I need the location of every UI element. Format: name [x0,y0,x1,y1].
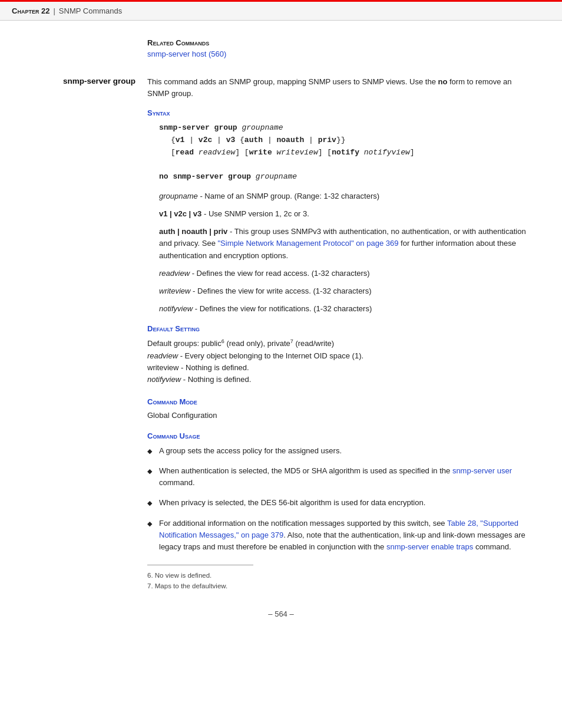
related-commands-section: Related Commands snmp-server host (560) [147,38,533,58]
command-mode-block: Global Configuration [147,411,533,420]
header-separator: | [53,6,55,15]
param-notifyview: notifyview - Defines the view for notifi… [159,303,533,315]
syntax-block: snmp-server group groupname {v1 | v2c | … [159,122,533,183]
usage-item-3: When privacy is selected, the DES 56-bit… [147,497,533,509]
usage-item-1: A group sets the access policy for the a… [147,445,533,457]
syntax-line-blank [159,159,533,171]
header-title: SNMP Commands [59,6,122,15]
usage-item-4: For additional information on the notifi… [147,518,533,553]
command-usage-header: Command Usage [147,431,533,440]
syntax-line-no: no snmp-server group groupname [159,171,533,183]
footnote-7: 7. Maps to the defaultview. [147,581,533,591]
command-body: This command adds an SNMP group, mapping… [147,76,533,592]
param-version: v1 | v2c | v3 - Use SNMP version 1, 2c o… [159,208,533,220]
auth-link[interactable]: "Simple Network Management Protocol" on … [217,239,398,248]
command-name-label: snmp-server group [29,76,135,592]
default-line-2: readview - Every object belonging to the… [147,350,533,362]
syntax-line-3: [read readview] [write writeview] [notif… [171,147,533,159]
default-line-1: Default groups: public6 (read only), pri… [147,338,533,350]
syntax-header: Syntax [147,108,533,117]
syntax-line-2: {v1 | v2c | v3 {auth | noauth | priv}} [171,134,533,147]
page-number: – 564 – [29,610,533,618]
command-entry: snmp-server group This command adds an S… [29,76,533,592]
footnote-6: 6. No view is defined. [147,570,533,581]
default-line-4: notifyview - Nothing is defined. [147,374,533,386]
param-auth: auth | noauth | priv - This group uses S… [159,226,533,261]
footnote-divider [147,565,253,565]
enable-traps-link[interactable]: snmp-server enable traps [386,542,473,551]
page-content: Related Commands snmp-server host (560) … [0,21,562,654]
usage-list: A group sets the access policy for the a… [147,445,533,553]
default-setting-header: Default Setting [147,324,533,333]
chapter-label: Chapter 22 [12,6,49,15]
command-mode-text: Global Configuration [147,411,533,420]
default-setting-block: Default groups: public6 (read only), pri… [147,338,533,386]
page-header: Chapter 22 | SNMP Commands [0,0,562,21]
default-line-3: writeview - Nothing is defined. [147,362,533,374]
param-readview: readview - Defines the view for read acc… [159,268,533,279]
related-commands-link[interactable]: snmp-server host (560) [147,50,226,58]
snmp-server-user-link[interactable]: snmp-server user [452,466,512,475]
command-mode-header: Command Mode [147,397,533,406]
param-writeview: writeview - Defines the view for write a… [159,285,533,297]
syntax-line-1: snmp-server group groupname [159,122,533,134]
table28-link[interactable]: Table 28, "Supported Notification Messag… [159,519,518,539]
command-description: This command adds an SNMP group, mapping… [147,76,533,99]
param-groupname: groupname - Name of an SNMP group. (Rang… [159,190,533,202]
usage-item-2: When authentication is selected, the MD5… [147,465,533,489]
param-list: groupname - Name of an SNMP group. (Rang… [159,190,533,315]
related-commands-title: Related Commands [147,38,533,47]
